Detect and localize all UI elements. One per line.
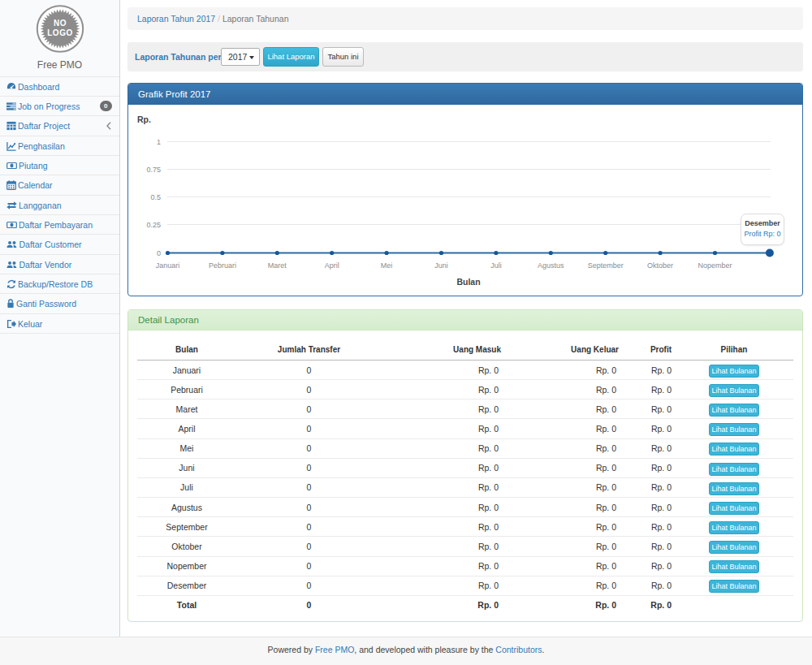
svg-text:0.25: 0.25: [146, 221, 161, 229]
svg-text:Januari: Januari: [156, 261, 180, 270]
svg-text:Nopember: Nopember: [698, 261, 732, 270]
svg-text:Juni: Juni: [434, 261, 448, 270]
svg-text:0.75: 0.75: [146, 166, 161, 174]
svg-text:LOGO: LOGO: [47, 28, 72, 37]
svg-text:0.5: 0.5: [150, 193, 161, 201]
svg-text:April: April: [325, 261, 339, 270]
svg-text:0: 0: [157, 249, 161, 257]
svg-text:Agustus: Agustus: [538, 261, 564, 270]
svg-text:Mei: Mei: [381, 261, 393, 270]
svg-text:1: 1: [157, 138, 161, 146]
svg-text:Bulan: Bulan: [456, 277, 480, 287]
svg-text:September: September: [588, 261, 624, 270]
svg-text:Juli: Juli: [490, 261, 502, 270]
svg-text:Rp.: Rp.: [137, 114, 151, 124]
svg-text:NO: NO: [54, 19, 67, 28]
svg-text:Maret: Maret: [268, 261, 287, 270]
svg-text:Pebruari: Pebruari: [209, 261, 236, 270]
svg-text:Oktober: Oktober: [647, 261, 673, 270]
